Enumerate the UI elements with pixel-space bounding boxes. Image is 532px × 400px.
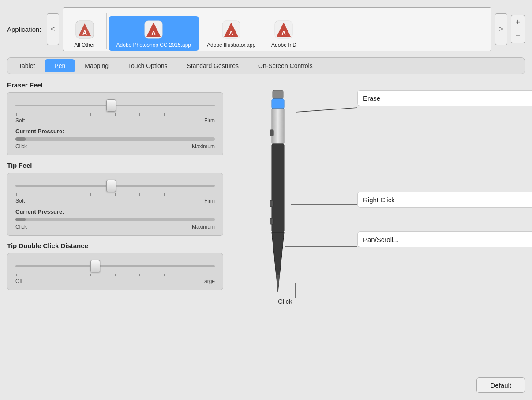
tab-mapping[interactable]: Mapping: [75, 59, 118, 72]
application-label: Application:: [7, 26, 41, 33]
tip-feel-firm-label: Firm: [204, 198, 215, 204]
pan-scroll-dropdown[interactable]: Pan/Scroll... Right Click Erase None ▼: [357, 231, 532, 247]
eraser-feel-slider-thumb[interactable]: [106, 99, 116, 112]
tab-standard-gestures[interactable]: Standard Gestures: [177, 59, 248, 72]
app-icons-container: A All Other A Adobe Photoshop CC 2015.ap…: [63, 7, 491, 51]
app-icon-ind: A: [273, 19, 294, 40]
svg-rect-18: [270, 218, 273, 224]
default-button[interactable]: Default: [476, 377, 525, 393]
eraser-feel-slider-labels: Soft Firm: [15, 117, 215, 124]
app-item-ind[interactable]: A Adobe InD: [263, 16, 304, 51]
app-item-all-other[interactable]: A All Other: [65, 16, 105, 51]
right-click-dropdown-row: Right Click Erase Pan/Scroll... None ▼: [357, 192, 532, 208]
add-remove-buttons: + −: [511, 15, 525, 43]
tip-double-click-slider-labels: Off Large: [15, 278, 215, 284]
tab-pen[interactable]: Pen: [45, 59, 75, 72]
app-icon-photoshop: A: [143, 19, 164, 40]
tab-on-screen-controls[interactable]: On-Screen Controls: [248, 59, 322, 72]
tip-feel-slider-container[interactable]: [15, 179, 215, 192]
main-container: Application: < A All Other: [0, 0, 532, 400]
remove-app-button[interactable]: −: [511, 29, 525, 43]
app-icon-all-other: A: [74, 19, 95, 40]
app-item-illustrator[interactable]: A Adobe Illustrator.app: [199, 16, 263, 51]
tip-feel-slider-labels: Soft Firm: [15, 198, 215, 204]
pan-scroll-select[interactable]: Pan/Scroll... Right Click Erase None: [357, 231, 532, 247]
right-click-select[interactable]: Right Click Erase Pan/Scroll... None: [357, 192, 532, 208]
tip-feel-soft-label: Soft: [15, 198, 25, 204]
tip-feel-section: Tip Feel: [7, 162, 223, 236]
svg-text:A: A: [82, 29, 87, 36]
erase-dropdown-row: Erase Right Click Pan/Scroll... None ▼: [357, 90, 532, 106]
right-click-dropdown[interactable]: Right Click Erase Pan/Scroll... None ▼: [357, 192, 532, 208]
svg-text:A: A: [229, 30, 233, 37]
svg-marker-20: [276, 275, 280, 292]
tip-feel-pressure-section: Current Pressure: Click Maximum: [15, 208, 215, 230]
svg-text:A: A: [281, 30, 286, 37]
tip-feel-maximum-label: Maximum: [192, 224, 215, 230]
app-item-illustrator-label: Adobe Illustrator.app: [207, 42, 255, 48]
eraser-feel-ticks: [15, 113, 215, 116]
svg-line-21: [296, 108, 357, 112]
tip-double-click-off-label: Off: [15, 278, 22, 284]
tip-feel-title: Tip Feel: [7, 162, 223, 169]
app-item-all-other-label: All Other: [74, 42, 95, 48]
tip-feel-pressure-bar: [15, 218, 215, 221]
tab-touch-options[interactable]: Touch Options: [118, 59, 177, 72]
pen-illustration: [260, 90, 296, 293]
erase-select[interactable]: Erase Right Click Pan/Scroll... None: [357, 90, 532, 106]
tip-feel-ticks: [15, 193, 215, 196]
tip-double-click-slider-track: [15, 265, 215, 267]
eraser-feel-slider-track: [15, 105, 215, 106]
app-bar: Application: < A All Other: [7, 7, 525, 51]
svg-rect-15: [270, 130, 273, 136]
eraser-feel-title: Eraser Feel: [7, 81, 223, 89]
tip-double-click-slider-thumb[interactable]: [90, 260, 100, 272]
eraser-feel-pressure-section: Current Pressure: Click Maximum: [15, 128, 215, 150]
eraser-feel-pressure-bar: [15, 137, 215, 141]
tip-feel-click-label: Click: [15, 224, 27, 230]
click-connector-line: [293, 283, 298, 300]
add-app-button[interactable]: +: [511, 15, 525, 29]
eraser-feel-pressure-label: Current Pressure:: [15, 128, 215, 135]
eraser-feel-firm-label: Firm: [204, 117, 215, 124]
eraser-feel-soft-label: Soft: [15, 117, 25, 124]
tip-double-click-slider-box: Off Large: [7, 253, 223, 290]
pan-scroll-dropdown-row: Pan/Scroll... Right Click Erase None ▼: [357, 231, 532, 247]
erase-dropdown[interactable]: Erase Right Click Pan/Scroll... None ▼: [357, 90, 532, 106]
eraser-feel-pressure-fill: [15, 137, 26, 141]
tip-feel-slider-box: Soft Firm Current Pressure: Click Maximu…: [7, 173, 223, 236]
content-area: Eraser Feel: [7, 81, 525, 393]
app-item-ind-label: Adobe InD: [271, 42, 296, 48]
svg-rect-12: [273, 90, 283, 99]
app-divider: [106, 13, 107, 49]
app-item-photoshop[interactable]: A Adobe Photoshop CC 2015.app: [109, 16, 199, 51]
tip-double-click-slider-container[interactable]: [15, 260, 215, 273]
eraser-feel-click-label: Click: [15, 143, 27, 150]
eraser-feel-section: Eraser Feel: [7, 81, 223, 155]
click-label: Click: [278, 298, 292, 305]
tip-feel-pressure-label: Current Pressure:: [15, 208, 215, 215]
right-column: Erase Right Click Pan/Scroll... None ▼ R…: [234, 81, 525, 393]
tip-feel-pressure-labels: Click Maximum: [15, 224, 215, 230]
left-column: Eraser Feel: [7, 81, 223, 393]
tip-double-click-large-label: Large: [201, 278, 215, 284]
tip-double-click-title: Tip Double Click Distance: [7, 242, 223, 249]
tip-double-click-ticks: [15, 274, 215, 276]
app-item-photoshop-label: Adobe Photoshop CC 2015.app: [116, 42, 191, 48]
svg-text:A: A: [151, 30, 156, 37]
app-icon-illustrator: A: [221, 19, 242, 40]
tip-feel-slider-track: [15, 185, 215, 187]
svg-rect-17: [270, 200, 273, 207]
tip-feel-slider-thumb[interactable]: [106, 180, 116, 192]
tabs-bar: Tablet Pen Mapping Touch Options Standar…: [7, 57, 525, 74]
tip-double-click-section: Tip Double Click Distance: [7, 242, 223, 290]
eraser-feel-slider-box: Soft Firm Current Pressure: Click Maximu…: [7, 92, 223, 155]
eraser-feel-pressure-labels: Click Maximum: [15, 143, 215, 150]
tip-feel-pressure-fill: [15, 218, 26, 221]
next-app-button[interactable]: >: [495, 13, 507, 45]
eraser-feel-maximum-label: Maximum: [192, 143, 215, 150]
eraser-feel-slider-container[interactable]: [15, 99, 215, 112]
tab-tablet[interactable]: Tablet: [9, 59, 45, 72]
prev-app-button[interactable]: <: [47, 13, 59, 45]
